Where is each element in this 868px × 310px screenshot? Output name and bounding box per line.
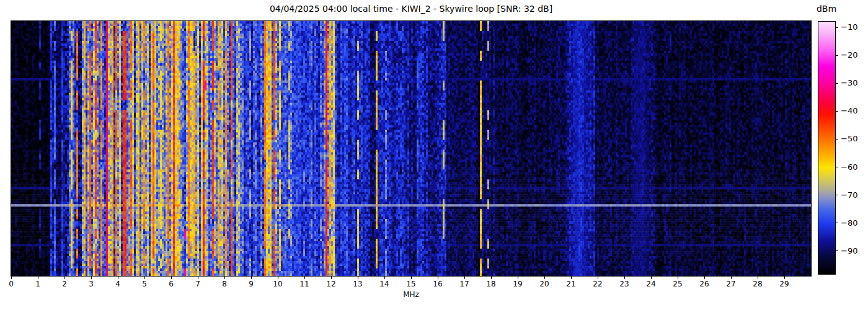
x-tick-mark [438,277,438,279]
x-tick-label: 6 [161,280,182,288]
colorbar-tick-mark [836,111,838,112]
x-tick-label: 0 [1,280,22,288]
x-tick-mark [224,277,225,279]
colorbar-gradient [818,22,835,274]
x-tick-label: 23 [614,280,635,288]
x-tick-mark [518,277,518,279]
colorbar-tick-mark [836,27,838,28]
x-tick-label: 4 [107,280,128,288]
x-tick-mark [278,277,278,279]
x-tick-mark [331,277,332,279]
x-tick-label: 14 [374,280,395,288]
waterfall-plot-frame [11,20,812,277]
waterfall-canvas [11,21,811,276]
x-tick-mark [251,277,252,279]
x-tick-mark [704,277,705,279]
colorbar-tick-label: −90 [841,246,857,256]
x-tick-mark [358,277,358,279]
x-tick-label: 1 [27,280,48,288]
chart-title: 04/04/2025 04:00 local time - KIWI_2 - S… [11,3,811,14]
colorbar-tick-label: −20 [841,50,857,60]
x-tick-label: 20 [534,280,555,288]
x-tick-label: 28 [747,280,768,288]
x-tick-label: 2 [54,280,75,288]
x-tick-label: 3 [81,280,102,288]
x-tick-mark [651,277,652,279]
x-tick-label: 10 [267,280,288,288]
spectrogram-figure: 04/04/2025 04:00 local time - KIWI_2 - S… [0,0,868,310]
x-tick-mark [731,277,732,279]
colorbar-tick-label: −50 [841,134,857,144]
x-tick-label: 9 [241,280,262,288]
x-tick-mark [544,277,545,279]
x-tick-mark [171,277,172,279]
x-tick-label: 11 [294,280,315,288]
x-tick-label: 29 [774,280,795,288]
colorbar-tick-mark [836,223,838,223]
x-tick-label: 15 [401,280,422,288]
x-tick-label: 19 [507,280,528,288]
colorbar-tick-mark [836,195,838,195]
x-axis-label: MHz [11,290,811,299]
x-tick-mark [598,277,598,279]
x-tick-label: 16 [427,280,448,288]
x-tick-mark [91,277,92,279]
colorbar-tick-label: −80 [841,218,857,228]
x-tick-mark [758,277,758,279]
x-tick-mark [198,277,198,279]
colorbar-tick-label: −70 [841,190,857,200]
x-tick-mark [64,277,65,279]
colorbar-tick-label: −60 [841,162,857,172]
x-tick-mark [491,277,492,279]
colorbar-tick-mark [836,55,838,56]
colorbar-tick-mark [836,83,838,84]
x-tick-label: 7 [187,280,208,288]
x-tick-mark [678,277,678,279]
x-tick-label: 17 [454,280,475,288]
x-tick-label: 27 [720,280,742,288]
x-tick-mark [624,277,625,279]
x-tick-mark [571,277,572,279]
x-tick-mark [411,277,412,279]
x-tick-label: 8 [214,280,235,288]
colorbar-tick-label: −10 [841,22,857,32]
x-tick-mark [144,277,145,279]
colorbar-tick-mark [836,139,838,140]
x-tick-mark [11,277,12,279]
x-tick-mark [464,277,465,279]
x-tick-label: 5 [134,280,155,288]
x-tick-mark [304,277,305,279]
x-tick-mark [784,277,785,279]
colorbar-unit-label: dBm [808,4,844,14]
x-tick-mark [384,277,385,279]
colorbar-tick-label: −40 [841,106,857,116]
x-tick-label: 12 [321,280,342,288]
x-tick-label: 13 [347,280,368,288]
x-tick-label: 26 [694,280,715,288]
colorbar [818,21,836,275]
x-tick-label: 18 [480,280,502,288]
x-tick-mark [38,277,38,279]
colorbar-tick-mark [836,167,838,167]
x-tick-label: 25 [667,280,688,288]
x-tick-label: 22 [587,280,608,288]
x-tick-mark [118,277,118,279]
colorbar-tick-label: −30 [841,78,857,88]
x-tick-label: 24 [640,280,662,288]
colorbar-tick-mark [836,250,838,251]
x-tick-label: 21 [560,280,582,288]
